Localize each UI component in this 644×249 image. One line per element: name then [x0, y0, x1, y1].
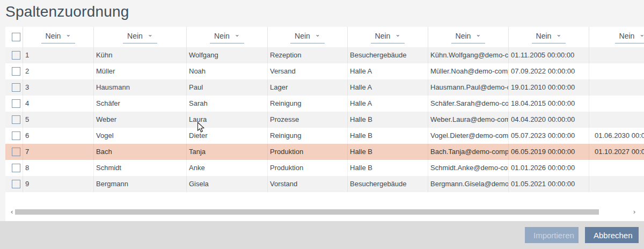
- cell-valid_from: 04.04.2020 00:00:00: [509, 112, 589, 128]
- table-row[interactable]: 6VogelDieterReinigungHalle BVogel.Dieter…: [5, 128, 644, 144]
- chevron-down-icon: ⌄: [639, 32, 644, 36]
- cell-email: Schmidt.Anke@demo-comp: [428, 160, 509, 176]
- column-mapping-dropdown[interactable]: Nein⌄: [290, 31, 325, 43]
- cell-department: Versand: [268, 63, 348, 79]
- cell-building: Halle A: [348, 79, 428, 96]
- cell-valid_from: 07.09.2022 00:00:00: [509, 63, 589, 79]
- row-checkbox-cell: [5, 96, 23, 112]
- import-button[interactable]: Importieren: [525, 227, 579, 243]
- cell-num: 3: [23, 79, 94, 96]
- dropdown-value: Nein: [214, 32, 230, 40]
- cell-last_name: Schmidt: [94, 160, 187, 176]
- cell-valid_from: 06.05.2019 00:00:00: [509, 144, 589, 160]
- cell-num: 8: [23, 160, 94, 176]
- cell-department: Vorstand: [268, 176, 348, 192]
- cell-first_name: Paul: [187, 79, 268, 96]
- scroll-left-icon[interactable]: ‹: [9, 208, 15, 216]
- cell-num: 5: [23, 112, 94, 128]
- scrollbar-thumb[interactable]: [15, 209, 599, 215]
- row-checkbox-cell: [5, 176, 23, 192]
- cell-last_name: Kühn: [94, 47, 187, 63]
- scroll-right-icon[interactable]: ›: [631, 208, 638, 216]
- row-checkbox-cell: [5, 112, 23, 128]
- column-mapping-dropdown[interactable]: Nein⌄: [123, 31, 157, 43]
- row-checkbox[interactable]: [12, 115, 20, 124]
- cell-first_name: Wolfgang: [187, 47, 268, 63]
- cell-last_name: Bergmann: [94, 176, 187, 192]
- dropdown-value: Nein: [456, 32, 471, 40]
- cell-first_name: Sarah: [187, 96, 268, 112]
- column-mapping-dropdown[interactable]: Nein⌄: [210, 31, 244, 43]
- column-header-3: Nein⌄: [187, 27, 268, 47]
- chevron-down-icon: ⌄: [315, 32, 320, 36]
- column-mapping-dropdown[interactable]: Nein⌄: [615, 31, 644, 43]
- cell-email: Weber.Laura@demo-compa: [428, 112, 509, 128]
- row-checkbox[interactable]: [12, 51, 20, 60]
- cell-email: Vogel.Dieter@demo-compa: [428, 128, 509, 144]
- dropdown-value: Nein: [127, 32, 143, 40]
- row-checkbox[interactable]: [12, 148, 20, 156]
- row-checkbox[interactable]: [12, 67, 20, 76]
- cell-num: 7: [23, 144, 94, 160]
- row-checkbox[interactable]: [12, 131, 20, 140]
- row-checkbox[interactable]: [12, 83, 20, 92]
- cell-email: Bach.Tanja@demo-company: [428, 144, 509, 160]
- table-row[interactable]: 5WeberLauraProzesseHalle BWeber.Laura@de…: [5, 112, 644, 128]
- chevron-down-icon: ⌄: [148, 32, 153, 36]
- cell-valid_to: [589, 63, 644, 79]
- column-mapping-dropdown[interactable]: Nein⌄: [451, 31, 486, 43]
- table-row[interactable]: 2MüllerNoahVersandHalle AMüller.Noah@dem…: [5, 63, 644, 79]
- row-checkbox[interactable]: [12, 180, 20, 188]
- cell-email: Bergmann.Gisela@demo-cc: [428, 176, 509, 192]
- cell-email: Hausmann.Paul@demo-con: [428, 79, 509, 96]
- column-mapping-dropdown[interactable]: Nein⌄: [532, 31, 566, 43]
- column-mapping-table: Nein⌄Nein⌄Nein⌄Nein⌄Nein⌄Nein⌄Nein⌄Nein⌄…: [5, 27, 644, 221]
- row-checkbox-cell: [5, 144, 23, 160]
- cell-last_name: Vogel: [94, 128, 187, 144]
- table-row[interactable]: 8SchmidtAnkeProduktionHalle BSchmidt.Ank…: [5, 160, 644, 176]
- cell-num: 1: [23, 47, 94, 63]
- dropdown-value: Nein: [295, 32, 310, 40]
- chevron-down-icon: ⌄: [556, 32, 561, 36]
- page-title: Spaltenzuordnung: [5, 3, 129, 20]
- row-checkbox[interactable]: [12, 99, 20, 108]
- cell-valid_from: 01.05.2021 00:00:00: [509, 176, 589, 192]
- cell-last_name: Bach: [94, 144, 187, 160]
- row-checkbox[interactable]: [12, 164, 20, 172]
- cell-last_name: Schäfer: [94, 96, 187, 112]
- row-checkbox-cell: [5, 79, 23, 96]
- cell-building: Halle A: [348, 63, 428, 79]
- dropdown-value: Nein: [46, 32, 61, 40]
- table-row[interactable]: 9BergmannGiselaVorstandBesuchergebäudeBe…: [5, 176, 644, 192]
- cell-department: Produktion: [268, 160, 348, 176]
- select-all-checkbox[interactable]: [12, 33, 20, 41]
- cell-valid_from: 01.01.2026 00:00:00: [509, 160, 589, 176]
- chevron-down-icon: ⌄: [235, 32, 240, 36]
- cell-department: Reinigung: [268, 96, 348, 112]
- cancel-button[interactable]: Abbrechen: [585, 227, 639, 243]
- column-header-1: Nein⌄: [23, 27, 94, 47]
- cell-num: 4: [23, 96, 94, 112]
- cell-valid_from: 19.01.2010 00:00:00: [509, 79, 589, 96]
- cell-num: 9: [23, 176, 94, 192]
- cell-building: Halle B: [348, 144, 428, 160]
- cell-first_name: Noah: [187, 63, 268, 79]
- row-checkbox-cell: [5, 63, 23, 79]
- select-all-cell: [5, 27, 23, 47]
- column-mapping-dropdown[interactable]: Nein⌄: [41, 31, 76, 43]
- cell-building: Besuchergebäude: [348, 47, 428, 63]
- cell-department: Produktion: [268, 144, 348, 160]
- table-row[interactable]: 7BachTanjaProduktionHalle BBach.Tanja@de…: [5, 144, 644, 160]
- cell-num: 6: [23, 128, 94, 144]
- cell-valid_from: 05.07.2023 00:00:00: [509, 128, 589, 144]
- table-row[interactable]: 1KühnWolfgangRezeptionBesuchergebäudeKüh…: [5, 47, 644, 63]
- column-mapping-dropdown[interactable]: Nein⌄: [371, 31, 405, 43]
- table-row[interactable]: 3HausmannPaulLagerHalle AHausmann.Paul@d…: [5, 79, 644, 96]
- cell-department: Lager: [268, 79, 348, 96]
- cell-valid_to: [589, 47, 644, 63]
- table-row[interactable]: 4SchäferSarahReinigungHalle ASchäfer.Sar…: [5, 96, 644, 112]
- cell-valid_to: [589, 79, 644, 96]
- cell-building: Halle B: [348, 112, 428, 128]
- cell-last_name: Hausmann: [94, 79, 187, 96]
- horizontal-scrollbar[interactable]: ‹ ›: [5, 208, 644, 216]
